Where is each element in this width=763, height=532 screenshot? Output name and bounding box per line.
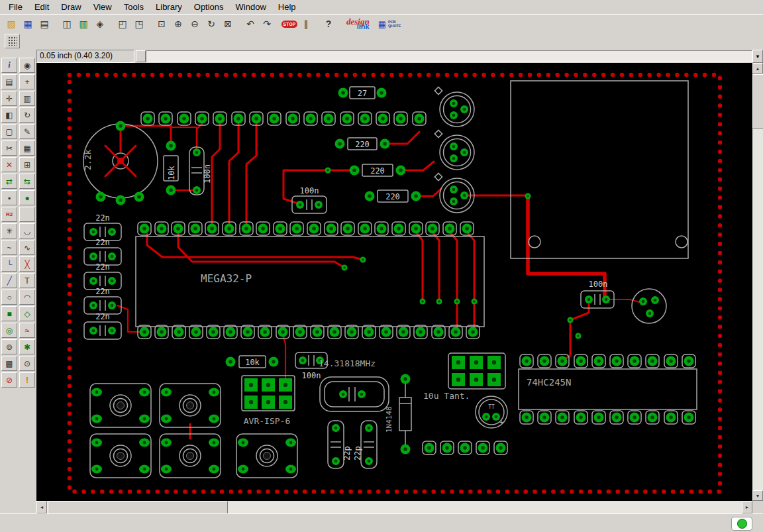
wire-tool-button[interactable]: ╱: [1, 273, 17, 288]
schematic-editor-button[interactable]: ◳: [131, 17, 147, 32]
component-resistor-220-1[interactable]: 220: [335, 138, 390, 150]
component-resistor-220-2[interactable]: 220: [350, 164, 406, 176]
scroll-left-button[interactable]: ◄: [36, 501, 47, 513]
drc-tool-button[interactable]: ⊙: [19, 356, 35, 371]
errors-tool-button[interactable]: ⊘: [1, 372, 17, 388]
replace-tool-button[interactable]: ⇆: [19, 174, 35, 189]
menu-help[interactable]: Help: [272, 1, 302, 13]
component-crystal[interactable]: 14.31818MHz: [319, 358, 389, 411]
cut-tool-button[interactable]: ✂: [1, 140, 17, 156]
run-ulp-button[interactable]: ◈: [92, 17, 108, 32]
group-tool-button[interactable]: ▢: [1, 124, 17, 139]
split-tool-button[interactable]: ~: [1, 240, 17, 255]
show-tool-button[interactable]: ◉: [19, 58, 35, 73]
rect-tool-button[interactable]: ■: [1, 306, 17, 321]
display-layers-button[interactable]: ▤: [1, 74, 17, 89]
zoom-select-button[interactable]: ⊠: [220, 17, 236, 32]
board-editor-button[interactable]: ◰: [115, 17, 130, 32]
component-switch-3[interactable]: [90, 434, 151, 478]
scroll-up-button[interactable]: ▲: [752, 63, 763, 74]
component-pin-header-top[interactable]: [141, 112, 426, 125]
menu-tools[interactable]: Tools: [118, 1, 150, 13]
zoom-redraw-button[interactable]: ↻: [203, 17, 219, 32]
component-can-3[interactable]: [434, 173, 474, 213]
cam-processor-button[interactable]: ◫: [59, 17, 75, 32]
mirror-tool-button[interactable]: ◧: [1, 107, 17, 123]
help-button[interactable]: ?: [321, 17, 336, 32]
pcb-quote-logo[interactable]: ▦ PCB QUOTE: [378, 19, 401, 29]
board-outline-dots[interactable]: [70, 75, 720, 492]
delete-tool-button[interactable]: ✕: [1, 157, 17, 172]
component-cap-22n-column[interactable]: 22n 22n 22n 22n 22n: [84, 213, 121, 339]
component-resistor-27[interactable]: 27: [338, 87, 387, 99]
horizontal-scroll-thumb[interactable]: [48, 501, 228, 515]
smash-tool-button[interactable]: ✳: [1, 223, 17, 239]
menu-window[interactable]: Window: [230, 1, 272, 13]
rotate-tool-button[interactable]: ↻: [19, 107, 35, 123]
component-header-2x3[interactable]: [448, 353, 505, 389]
mark-tool-button[interactable]: +: [19, 74, 35, 89]
zoom-in-button[interactable]: ⊕: [170, 17, 186, 32]
polygon-tool-button[interactable]: ◇: [19, 306, 35, 321]
signal-tool-button[interactable]: ≈: [19, 323, 35, 338]
stop-button[interactable]: STOP: [281, 17, 297, 32]
menu-library[interactable]: Library: [150, 1, 188, 13]
ratsnest-tool-button[interactable]: ✱: [19, 339, 35, 354]
zoom-out-button[interactable]: ⊖: [187, 17, 203, 32]
component-cap-22p-pair[interactable]: 22p 22p: [328, 421, 377, 468]
component-switch-1[interactable]: [90, 384, 151, 427]
horizontal-scrollbar[interactable]: ◄ ►: [36, 501, 752, 513]
pinswap-tool-button[interactable]: ⇄: [1, 174, 17, 189]
name-tool-button[interactable]: R2: [1, 207, 17, 222]
via-tool-button[interactable]: ◎: [1, 323, 17, 338]
menu-file[interactable]: File: [3, 1, 28, 13]
component-cap-100n-left[interactable]: 100n: [292, 186, 327, 213]
component-pin-header-bottom[interactable]: [423, 441, 507, 454]
component-resistor-220-3[interactable]: 220: [365, 190, 421, 202]
zoom-fit-button[interactable]: ⊡: [154, 17, 170, 32]
measure-button[interactable]: ∥: [298, 17, 314, 32]
open-button[interactable]: ▨: [3, 17, 19, 32]
component-resistor-10k-horizontal[interactable]: 10k: [226, 356, 279, 368]
drill-button[interactable]: ▥: [76, 17, 91, 32]
scroll-right-button[interactable]: ►: [742, 501, 752, 513]
hole-tool-button[interactable]: ⊚: [1, 339, 17, 354]
board-canvas[interactable]: 27 2.2k 10k 100n 220 220: [36, 63, 752, 501]
info-tool-button[interactable]: i: [1, 58, 17, 73]
copy-tool-button[interactable]: ▥: [19, 91, 35, 106]
redo-button[interactable]: ↷: [259, 17, 275, 32]
undo-button[interactable]: ↶: [242, 17, 258, 32]
autorouter-tool-button[interactable]: ▩: [1, 356, 17, 371]
paste-tool-button[interactable]: ▦: [19, 140, 35, 156]
component-74hc245[interactable]: 74HC245N: [519, 354, 697, 424]
text-tool-button[interactable]: T: [19, 273, 35, 288]
component-mega32[interactable]: MEGA32-P: [136, 222, 484, 339]
route-tool-button[interactable]: └: [1, 256, 17, 272]
vertical-scroll-thumb[interactable]: [752, 74, 763, 129]
scroll-down-button[interactable]: ▼: [752, 490, 763, 501]
print-button[interactable]: ▤: [36, 17, 52, 32]
save-button[interactable]: ▦: [20, 17, 36, 32]
junction-tool-button[interactable]: ●: [19, 190, 35, 205]
command-input[interactable]: [146, 50, 752, 62]
component-transistor[interactable]: [632, 289, 666, 323]
pcb-drawing[interactable]: 27 2.2k 10k 100n 220 220: [36, 63, 752, 501]
menu-edit[interactable]: Edit: [28, 1, 55, 13]
component-cap-100n-right[interactable]: 100n: [581, 280, 614, 308]
lock-tool-button[interactable]: ▪: [1, 190, 17, 205]
menu-options[interactable]: Options: [188, 1, 230, 13]
miter-tool-button[interactable]: ◡: [19, 223, 35, 239]
value-tool-button[interactable]: [19, 207, 35, 222]
component-can-2[interactable]: [434, 130, 474, 170]
optimize-tool-button[interactable]: ∿: [19, 240, 35, 255]
menu-draw[interactable]: Draw: [55, 1, 87, 13]
grid-settings-button[interactable]: [5, 34, 20, 48]
circle-tool-button[interactable]: ○: [1, 290, 17, 305]
component-module-outline[interactable]: [511, 81, 688, 258]
command-dropdown-button[interactable]: ▼: [752, 50, 763, 63]
move-tool-button[interactable]: ✛: [1, 91, 17, 106]
component-cap-100n-vertical[interactable]: 100n: [189, 147, 212, 195]
arc-tool-button[interactable]: ◠: [19, 290, 35, 305]
add-tool-button[interactable]: ⊞: [19, 157, 35, 172]
component-switch-4[interactable]: [160, 434, 221, 478]
